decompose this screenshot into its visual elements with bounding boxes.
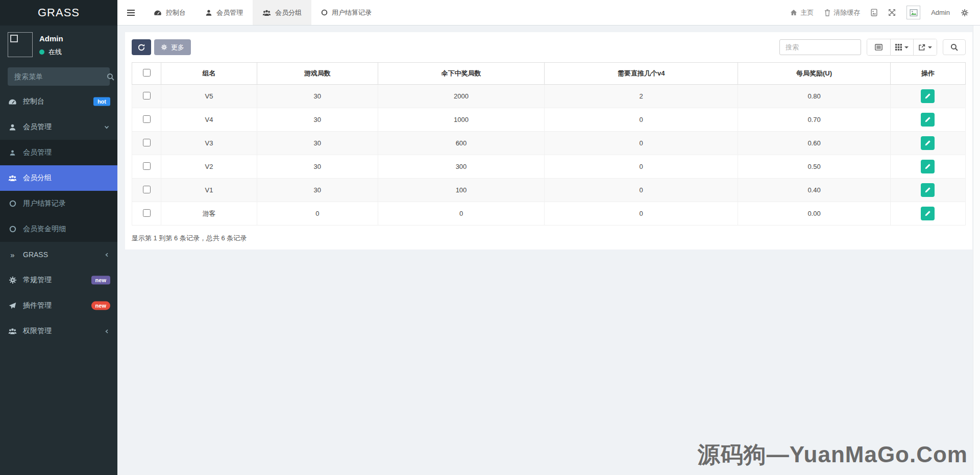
sidebar-item-sub-member-group[interactable]: 会员分组 [0, 165, 117, 191]
select-all-checkbox[interactable] [143, 69, 151, 77]
cell-reward: 0.70 [738, 108, 891, 132]
sidebar-item-sub-member-funds[interactable]: 会员资金明细 [0, 216, 117, 242]
row-checkbox[interactable] [143, 92, 151, 99]
avatar[interactable] [906, 6, 920, 19]
app-logo: GRASS [0, 0, 117, 26]
cell-wins: 300 [378, 155, 545, 179]
sidebar-item-label: 插件管理 [23, 301, 52, 310]
gears-icon[interactable] [961, 9, 969, 17]
sidebar-item-plugin-mgmt[interactable]: 插件管理 new [0, 293, 117, 318]
edit-button[interactable] [921, 207, 935, 220]
cell-reward: 0.40 [738, 179, 891, 202]
file-image-icon[interactable] [871, 9, 877, 16]
detail-view-button[interactable] [867, 39, 890, 55]
column-header: 每局奖励(U) [738, 63, 891, 85]
edit-button[interactable] [921, 89, 935, 103]
view-button-group [867, 39, 937, 56]
cell-group: V2 [161, 155, 257, 179]
topbar: 控制台 会员管理 会员分组 用户结算记录 主页 [117, 0, 980, 26]
cell-group: V1 [161, 179, 257, 202]
row-checkbox[interactable] [143, 162, 151, 170]
sidebar-item-member-mgmt[interactable]: 会员管理 [0, 114, 117, 140]
sidebar-item-label: 会员管理 [23, 122, 52, 132]
columns-button[interactable] [890, 39, 913, 55]
scrollbar[interactable] [973, 26, 980, 475]
cell-group: V3 [161, 132, 257, 155]
edit-button[interactable] [921, 183, 935, 197]
edit-button[interactable] [921, 160, 935, 173]
row-checkbox[interactable] [143, 115, 151, 123]
th-grid-icon [895, 44, 902, 51]
trash-icon [824, 9, 830, 16]
cell-wins: 2000 [378, 85, 545, 108]
search-toggle-button[interactable] [943, 39, 966, 55]
users-icon [8, 328, 17, 335]
sidebar-item-label: 权限管理 [23, 327, 52, 336]
refresh-button[interactable] [132, 39, 151, 55]
chevron-left-icon [104, 252, 110, 258]
tab-member-group[interactable]: 会员分组 [253, 0, 311, 25]
clear-cache-label: 清除缓存 [834, 8, 860, 17]
sidebar-item-sub-user-settlement[interactable]: 用户结算记录 [0, 191, 117, 216]
sidebar-item-label: 会员管理 [23, 148, 52, 157]
cell-group: V4 [161, 108, 257, 132]
pencil-icon [924, 163, 931, 170]
search-icon[interactable] [107, 73, 114, 81]
pencil-icon [924, 140, 931, 146]
cell-v4-required: 0 [545, 202, 738, 226]
main-content: 更多 [117, 26, 980, 475]
sidebar-item-label: 会员分组 [23, 173, 52, 183]
user-icon [205, 9, 212, 16]
cell-wins: 100 [378, 179, 545, 202]
tab-dashboard[interactable]: 控制台 [144, 0, 195, 25]
column-header: 操作 [890, 63, 965, 85]
paper-plane-icon [8, 302, 17, 310]
more-label: 更多 [171, 43, 184, 52]
sidebar-item-dashboard[interactable]: 控制台 hot [0, 89, 117, 114]
menu-search-input[interactable] [14, 72, 107, 81]
cell-games: 30 [257, 155, 378, 179]
tab-member-mgmt[interactable]: 会员管理 [195, 0, 253, 25]
sidebar-menu: 控制台 hot 会员管理 会员管理 会员分组 [0, 89, 117, 344]
table-row: V2 30 300 0 0.50 [132, 155, 966, 179]
user-icon [8, 123, 17, 131]
user-status: 在线 [39, 47, 63, 57]
sidebar-submenu: 会员管理 会员分组 用户结算记录 会员资金明细 [0, 140, 117, 242]
edit-button[interactable] [921, 136, 935, 150]
sidebar-item-grass[interactable]: » GRASS [0, 242, 117, 267]
cell-games: 30 [257, 108, 378, 132]
clear-cache-link[interactable]: 清除缓存 [824, 8, 860, 17]
row-checkbox[interactable] [143, 186, 151, 193]
cell-reward: 0.80 [738, 85, 891, 108]
column-header: 游戏局数 [257, 63, 378, 85]
column-header: 需要直推几个v4 [545, 63, 738, 85]
cell-group: V5 [161, 85, 257, 108]
select-all-cell [132, 63, 161, 85]
topbar-username[interactable]: Admin [931, 9, 950, 16]
export-button[interactable] [913, 39, 937, 55]
users-icon [8, 174, 17, 182]
tab-label: 会员分组 [275, 8, 302, 17]
hamburger-icon[interactable] [117, 0, 144, 25]
toolbar: 更多 [132, 39, 966, 56]
online-dot-icon [39, 49, 44, 55]
sidebar-item-sub-member-mgmt[interactable]: 会员管理 [0, 140, 117, 165]
cell-wins: 0 [378, 202, 545, 226]
home-link[interactable]: 主页 [790, 8, 814, 17]
fullscreen-icon[interactable] [888, 9, 896, 16]
row-checkbox[interactable] [143, 139, 151, 146]
more-button[interactable]: 更多 [154, 39, 191, 55]
row-checkbox[interactable] [143, 209, 151, 217]
tab-user-settlement[interactable]: 用户结算记录 [311, 0, 381, 25]
cell-v4-required: 0 [545, 132, 738, 155]
sidebar-item-auth-mgmt[interactable]: 权限管理 [0, 318, 117, 344]
watermark: 源码狗—YuanMaGo.Com [698, 440, 968, 470]
edit-button[interactable] [921, 113, 935, 127]
cell-games: 30 [257, 132, 378, 155]
user-icon [8, 149, 17, 156]
caret-down-icon [928, 46, 932, 51]
table-search-input[interactable] [779, 39, 861, 55]
sidebar-item-general-mgmt[interactable]: 常规管理 new [0, 267, 117, 293]
home-icon [790, 9, 797, 16]
cell-wins: 600 [378, 132, 545, 155]
